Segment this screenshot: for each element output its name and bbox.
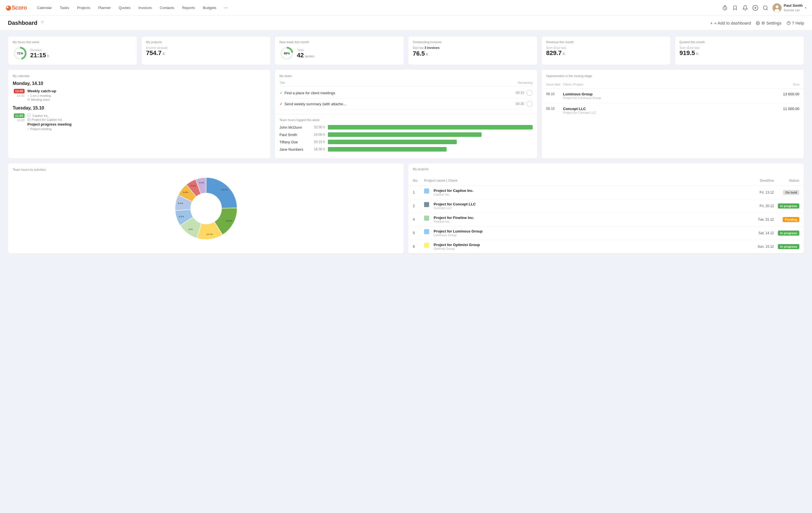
user-profile[interactable]: Paul Smith Sunrise Ltd ▾ xyxy=(773,3,806,12)
nav-budgets[interactable]: Budgets xyxy=(199,4,220,11)
col-title: Title xyxy=(280,81,518,84)
meeting-type-icon: ↑ xyxy=(27,94,29,97)
proj-icon xyxy=(424,243,429,248)
svg-point-8 xyxy=(775,9,780,12)
search-icon[interactable] xyxy=(762,5,768,11)
calendar-section-title: My calendar xyxy=(13,74,266,78)
project-row[interactable]: 6 Project for Optimist Group Optimist Gr… xyxy=(408,240,804,253)
dashboard-filter-icon[interactable] xyxy=(40,20,45,26)
help-button[interactable]: ? Help xyxy=(787,21,804,25)
opportunities-header: Issue date Client | Project Sum xyxy=(542,81,804,89)
col-remaining: Remaining xyxy=(518,81,532,84)
svg-text:13.7%: 13.7% xyxy=(206,233,212,236)
calendar-day1: Monday, 14.10 xyxy=(13,81,266,86)
settings-button[interactable]: ⚙ Settings xyxy=(756,21,781,26)
event2-project: Project for Captive Inc. xyxy=(27,118,266,122)
stat-label: New leads this month xyxy=(280,40,399,44)
member1-name: John McDunn xyxy=(280,125,308,130)
leads-donut: 48% xyxy=(280,46,294,61)
stat-my-projects: My projects Income (actual) 754.7 K xyxy=(141,36,271,65)
col-date: Issue date xyxy=(546,83,563,86)
stat-revenue: Revenue this month Sum (Excl tax) 829.7 … xyxy=(541,36,671,65)
avatar xyxy=(773,3,782,12)
logo[interactable]: ◕ Scoro xyxy=(6,4,27,11)
proj-status: In progress xyxy=(778,204,799,209)
proj-client: Fineline Inc. xyxy=(434,220,474,223)
add-to-dashboard-button[interactable]: + + Add to dashboard xyxy=(710,21,751,25)
dashboard-title: Dashboard xyxy=(8,20,37,26)
task1-complete-button[interactable] xyxy=(526,90,532,96)
user-text: Paul Smith Sunrise Ltd xyxy=(784,3,803,12)
opp1-client: Luminous Group xyxy=(563,92,771,96)
opp1-sum: 13 600.00 xyxy=(771,92,799,100)
proj-status: Pending xyxy=(783,217,799,222)
project-row[interactable]: 5 Project for Luminous Group Luminous Gr… xyxy=(408,226,804,240)
donut-pct: 48% xyxy=(284,52,290,55)
project-row[interactable]: 1 Project for Captive Inc. Captive Inc. … xyxy=(408,186,804,199)
project-row[interactable]: 2 Project for Concept LLC Concept LLC Fr… xyxy=(408,199,804,213)
task2-check-icon: ✓ xyxy=(280,102,283,106)
location-icon: ⊙ xyxy=(27,98,30,101)
tasks-section-title: My tasks xyxy=(280,74,532,78)
team-member-row: Jane Numbers 18:30 h xyxy=(280,147,532,152)
timer-icon[interactable] xyxy=(722,5,728,11)
opp-row: 08.10 Luminous Group Project for Luminou… xyxy=(542,89,804,103)
nav-projects[interactable]: Projects xyxy=(74,4,94,11)
revenue-value: 829.7 xyxy=(546,49,562,57)
svg-text:8.2%: 8.2% xyxy=(178,202,183,205)
nav-quotes[interactable]: Quotes xyxy=(115,4,134,11)
proj-client: Concept LLC xyxy=(434,206,476,210)
pie-chart: 24.7%16.4%13.7%11%8.2%8.2%6.8%5.5%5.5% xyxy=(13,175,399,242)
projects-title: My projects xyxy=(413,167,799,171)
header-actions: Paul Smith Sunrise Ltd ▾ xyxy=(722,3,806,12)
pie-chart-card: Team hours by activities 24.7%16.4%13.7%… xyxy=(8,163,404,254)
proj-deadline: Fri, 13.12 xyxy=(746,190,774,194)
proj-icon xyxy=(424,202,429,207)
svg-point-7 xyxy=(776,5,779,8)
svg-point-4 xyxy=(763,6,767,9)
team-member-row: John McDunn 32:00 h xyxy=(280,125,532,130)
proj-icon xyxy=(424,189,429,194)
task1-check-icon: ✓ xyxy=(280,90,283,95)
projects-card: My projects No. Project name | Client De… xyxy=(408,163,804,254)
bell-icon[interactable] xyxy=(742,5,748,11)
proj-deadline: Fri, 20.12 xyxy=(746,204,774,208)
nav-more[interactable]: ··· xyxy=(221,3,231,12)
hours-value: 21:15 xyxy=(30,52,46,59)
nav-reports[interactable]: Reports xyxy=(179,4,199,11)
task-row: ✓ Find a place for client meetings 00:15 xyxy=(280,87,532,99)
svg-text:24.7%: 24.7% xyxy=(221,189,228,191)
event2-start-time: 11:00 xyxy=(14,113,25,118)
svg-text:5.5%: 5.5% xyxy=(199,182,204,184)
proj-num: 2 xyxy=(413,204,424,208)
main-content: My hours this week 71% Duration 21:15 h xyxy=(0,30,812,259)
nav-tasks[interactable]: Tasks xyxy=(56,4,72,11)
opp1-date: 08.10 xyxy=(546,92,563,100)
projects-header: No. Project name | Client Deadline Statu… xyxy=(408,176,804,186)
proj-num: 4 xyxy=(413,217,424,221)
invoices-value: 76.5 xyxy=(413,50,425,57)
proj-name: Project for Fineline Inc. xyxy=(434,216,474,220)
nav-planner[interactable]: Planner xyxy=(95,4,114,11)
task2-complete-button[interactable] xyxy=(526,101,532,107)
bookmark-icon[interactable] xyxy=(732,5,738,11)
stat-label: Quoted this month xyxy=(679,40,799,44)
task-row: ✓ Send weekly summary (with attache... 0… xyxy=(280,99,532,109)
proj-name: Project for Optimist Group xyxy=(434,243,480,247)
projects-unit: K xyxy=(163,52,165,56)
member1-hours: 32:00 h xyxy=(311,125,325,129)
plus-icon[interactable] xyxy=(752,5,758,11)
nav-invoices[interactable]: Invoices xyxy=(135,4,155,11)
col-no: No. xyxy=(413,179,424,183)
project-row[interactable]: 4 Project for Fineline Inc. Fineline Inc… xyxy=(408,213,804,226)
member4-name: Jane Numbers xyxy=(280,147,308,152)
team-member-row: Paul Smith 24:00 h xyxy=(280,132,532,137)
invoice-badge: 3 invoices xyxy=(425,46,439,49)
nav-contacts[interactable]: Contacts xyxy=(156,4,178,11)
bottom-row: Team hours by activities 24.7%16.4%13.7%… xyxy=(8,163,804,254)
member3-hours: 20:15 h xyxy=(311,140,325,144)
nav-calendar[interactable]: Calendar xyxy=(33,4,55,11)
proj-num: 1 xyxy=(413,190,424,194)
user-name: Paul Smith xyxy=(784,3,803,8)
proj-status: In progress xyxy=(778,244,799,249)
